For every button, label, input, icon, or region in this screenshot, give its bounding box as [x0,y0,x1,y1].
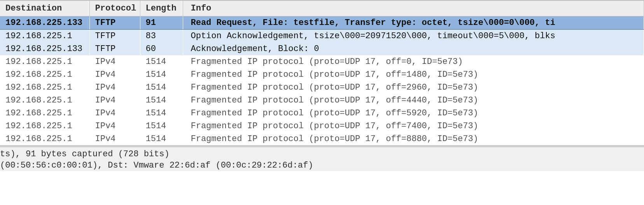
cell-info: Fragmented IP protocol (proto=UDP 17, of… [183,94,644,107]
cell-destination: 192.168.225.133 [0,42,89,55]
table-row[interactable]: 192.168.225.1IPv41514Fragmented IP proto… [0,55,644,68]
cell-destination: 192.168.225.1 [0,30,89,43]
packet-list-body: 192.168.225.133TFTP91Read Request, File:… [0,16,644,146]
cell-destination: 192.168.225.1 [0,81,89,94]
column-header-info[interactable]: Info [183,0,644,16]
cell-protocol: IPv4 [89,94,140,107]
packet-details-pane[interactable]: ts), 91 bytes captured (728 bits) (00:50… [0,145,644,171]
table-row[interactable]: 192.168.225.133TFTP60Acknowledgement, Bl… [0,42,644,55]
cell-info: Fragmented IP protocol (proto=UDP 17, of… [183,133,644,145]
cell-info: Acknowledgement, Block: 0 [183,42,644,55]
cell-length: 91 [140,16,183,30]
detail-ethernet-line[interactable]: (00:50:56:c0:00:01), Dst: Vmware 22:6d:a… [0,160,644,171]
cell-protocol: IPv4 [89,120,140,133]
cell-length: 1514 [140,120,183,133]
cell-destination: 192.168.225.1 [0,68,89,81]
cell-length: 1514 [140,68,183,81]
cell-length: 1514 [140,107,183,120]
cell-info: Fragmented IP protocol (proto=UDP 17, of… [183,107,644,120]
cell-protocol: TFTP [89,16,140,30]
detail-frame-line[interactable]: ts), 91 bytes captured (728 bits) [0,148,644,160]
packet-list-header-row: Destination Protocol Length Info [0,0,644,16]
cell-info: Fragmented IP protocol (proto=UDP 17, of… [183,120,644,133]
table-row[interactable]: 192.168.225.133TFTP91Read Request, File:… [0,16,644,30]
cell-info: Fragmented IP protocol (proto=UDP 17, of… [183,68,644,81]
cell-info: Fragmented IP protocol (proto=UDP 17, of… [183,55,644,68]
cell-protocol: IPv4 [89,68,140,81]
cell-destination: 192.168.225.1 [0,120,89,133]
cell-destination: 192.168.225.1 [0,107,89,120]
cell-info: Fragmented IP protocol (proto=UDP 17, of… [183,81,644,94]
cell-length: 83 [140,30,183,43]
table-row[interactable]: 192.168.225.1IPv41514Fragmented IP proto… [0,81,644,94]
column-header-length[interactable]: Length [140,0,183,16]
table-row[interactable]: 192.168.225.1IPv41514Fragmented IP proto… [0,94,644,107]
column-header-destination[interactable]: Destination [0,0,89,16]
table-row[interactable]: 192.168.225.1TFTP83Option Acknowledgemen… [0,30,644,43]
cell-protocol: TFTP [89,42,140,55]
cell-length: 1514 [140,81,183,94]
column-header-protocol[interactable]: Protocol [89,0,140,16]
cell-protocol: TFTP [89,30,140,43]
cell-protocol: IPv4 [89,107,140,120]
table-row[interactable]: 192.168.225.1IPv41514Fragmented IP proto… [0,133,644,145]
cell-destination: 192.168.225.1 [0,133,89,145]
cell-destination: 192.168.225.1 [0,94,89,107]
packet-list-table: Destination Protocol Length Info 192.168… [0,0,644,145]
cell-length: 1514 [140,94,183,107]
cell-info: Option Acknowledgement, tsize\000=209715… [183,30,644,43]
cell-destination: 192.168.225.1 [0,55,89,68]
table-row[interactable]: 192.168.225.1IPv41514Fragmented IP proto… [0,107,644,120]
cell-length: 1514 [140,55,183,68]
table-row[interactable]: 192.168.225.1IPv41514Fragmented IP proto… [0,120,644,133]
cell-info: Read Request, File: testfile, Transfer t… [183,16,644,30]
cell-protocol: IPv4 [89,81,140,94]
cell-protocol: IPv4 [89,55,140,68]
cell-length: 1514 [140,133,183,145]
cell-destination: 192.168.225.133 [0,16,89,30]
cell-length: 60 [140,42,183,55]
table-row[interactable]: 192.168.225.1IPv41514Fragmented IP proto… [0,68,644,81]
cell-protocol: IPv4 [89,133,140,145]
